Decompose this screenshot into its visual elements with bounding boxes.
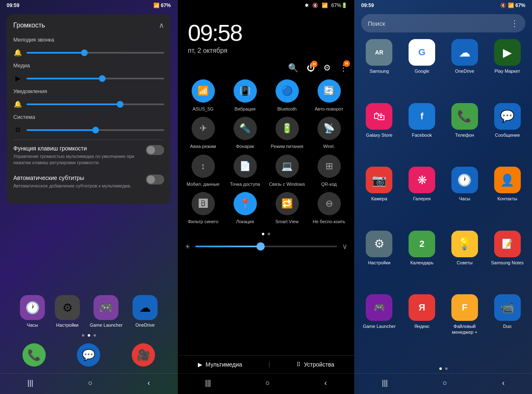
phone-dock-app[interactable]: 📞 — [22, 343, 46, 367]
app-onedrive[interactable]: ☁ OneDrive — [445, 39, 485, 100]
app-clock[interactable]: 🕐 Часы — [445, 167, 485, 227]
brightness-slider[interactable] — [195, 246, 337, 247]
nav-recent-mid[interactable]: ||| — [200, 377, 216, 389]
system-slider[interactable] — [27, 129, 164, 131]
search-more-icon[interactable]: ⋮ — [510, 18, 519, 28]
messages-dock-app[interactable]: 💬 — [77, 343, 100, 367]
dock-app-clock[interactable]: 🕐 Часы — [20, 295, 45, 328]
airplane-tile-icon[interactable]: ✈ — [192, 117, 215, 140]
camera-dock-app[interactable]: 🎥 — [132, 343, 155, 367]
app-tips[interactable]: 💡 Советы — [445, 231, 485, 291]
powermode-tile-icon[interactable]: 🔋 — [276, 117, 299, 140]
nav-back-right[interactable]: ‹ — [497, 377, 510, 389]
tile-wireless[interactable]: 📡 Wirel. — [310, 117, 347, 149]
gallery-icon[interactable]: ❋ — [409, 167, 435, 193]
app-gamelauncher[interactable]: 🎮 Game Launcher — [360, 294, 399, 361]
tile-powermode[interactable]: 🔋 Режим питания — [268, 117, 305, 149]
gamelauncher-icon[interactable]: 🎮 — [366, 294, 392, 321]
wireless-tile-icon[interactable]: 📡 — [318, 117, 341, 140]
volume-keys-toggle[interactable] — [146, 145, 164, 155]
tile-dnd[interactable]: ⊖ Не беспо-коить — [310, 192, 347, 224]
tile-smartview[interactable]: 🔁 Smart View — [268, 192, 305, 224]
volume-slider-media[interactable]: ▶ — [13, 74, 164, 82]
more-action-btn[interactable]: ⋮ H — [339, 63, 347, 73]
tile-flashlight[interactable]: 🔦 Фонарик — [227, 117, 264, 149]
tile-wifi[interactable]: 📶 ASUS_5G — [185, 79, 222, 112]
galaxystore-icon[interactable]: 🛍 — [366, 103, 392, 130]
wifi-tile-icon[interactable]: 📶 — [192, 79, 215, 103]
tile-airplane[interactable]: ✈ Авиа-режим — [185, 117, 222, 149]
nav-home-right[interactable]: ○ — [438, 377, 452, 389]
tile-vibration[interactable]: 📳 Вибрация — [227, 79, 264, 112]
nav-home-mid[interactable]: ○ — [261, 377, 275, 389]
app-camera[interactable]: 📷 Камера — [360, 167, 399, 227]
flashlight-tile-icon[interactable]: 🔦 — [234, 117, 257, 140]
samsungnotes-icon[interactable]: 📝 — [494, 231, 521, 257]
app-contacts[interactable]: 👤 Контакты — [488, 167, 527, 227]
tile-windows[interactable]: 💻 Связь с Windows — [268, 155, 305, 187]
tile-autorotate[interactable]: 🔄 Авто-поворот — [310, 79, 347, 112]
facebook-icon[interactable]: f — [409, 103, 435, 130]
settings-action-btn[interactable]: ⚙ — [323, 63, 331, 73]
messages-icon[interactable]: 💬 — [494, 103, 521, 130]
media-button[interactable]: ▶ Мультимедиа — [198, 361, 242, 368]
hotspot-tile-icon[interactable]: 📄 — [234, 155, 257, 178]
app-samsungnotes[interactable]: 📝 Samsung Notes — [488, 231, 527, 291]
search-bar[interactable]: Поиск ⋮ — [361, 14, 525, 32]
app-settings[interactable]: ⚙ Настройки — [360, 231, 399, 291]
app-gallery[interactable]: ❋ Галерея — [402, 167, 442, 227]
samsung-icon[interactable]: AR — [366, 39, 392, 66]
volume-slider-system[interactable]: ⚙ — [13, 126, 164, 134]
filemanager-icon[interactable]: F — [451, 294, 478, 321]
tile-location[interactable]: 📍 Локация — [227, 192, 264, 224]
onedrive-icon[interactable]: ☁ — [451, 39, 478, 66]
tile-hotspot[interactable]: 📄 Точка доступа — [227, 155, 264, 187]
nav-home-left[interactable]: ○ — [83, 377, 98, 389]
onedrive-app-icon[interactable]: ☁ — [133, 295, 158, 320]
location-tile-icon[interactable]: 📍 — [234, 192, 257, 215]
dock-app-gamelauncher[interactable]: 🎮 Game Launcher — [90, 295, 123, 328]
google-icon[interactable]: G — [409, 39, 435, 66]
smartview-tile-icon[interactable]: 🔁 — [276, 192, 299, 215]
gamelauncher-app-icon[interactable]: 🎮 — [94, 295, 118, 320]
mobiledata-tile-icon[interactable]: ↕ — [192, 155, 215, 178]
duo-icon[interactable]: 📹 — [494, 294, 521, 321]
tile-mobiledata[interactable]: ↕ Мобил. данные — [185, 155, 222, 187]
volume-close-icon[interactable]: ∧ — [159, 21, 164, 30]
clock-icon[interactable]: 🕐 — [451, 167, 478, 193]
qrcode-tile-icon[interactable]: ⊞ — [318, 155, 341, 178]
nav-back-mid[interactable]: ‹ — [319, 377, 332, 389]
app-messages[interactable]: 💬 Сообщения — [488, 103, 527, 164]
calendar-icon[interactable]: 2 — [409, 231, 435, 257]
bluetooth-tile-icon[interactable]: 🔵 — [276, 79, 299, 103]
app-filemanager[interactable]: F Файловый менеджер + — [445, 294, 485, 361]
media-slider[interactable] — [27, 78, 164, 79]
volume-slider-ringtone[interactable]: 🔔 — [13, 49, 164, 57]
nav-recent-right[interactable]: ||| — [377, 377, 393, 389]
yandex-icon[interactable]: Я — [409, 294, 435, 321]
playmarket-icon[interactable]: ▶ — [494, 39, 521, 66]
nav-back-left[interactable]: ‹ — [143, 377, 155, 389]
bluefilter-tile-icon[interactable]: 🅱 — [192, 192, 215, 215]
app-samsung[interactable]: AR Samsung — [360, 39, 399, 100]
autorotate-tile-icon[interactable]: 🔄 — [318, 79, 341, 103]
volume-slider-notif[interactable]: 🔔 — [13, 100, 164, 108]
contacts-icon[interactable]: 👤 — [494, 167, 521, 193]
dnd-tile-icon[interactable]: ⊖ — [318, 192, 341, 215]
dock-app-onedrive[interactable]: ☁ OneDrive — [133, 295, 158, 328]
app-galaxystore[interactable]: 🛍 Galaxy Store — [360, 103, 399, 164]
nav-recent-left[interactable]: ||| — [22, 377, 38, 389]
notif-slider[interactable] — [27, 103, 164, 105]
vibration-tile-icon[interactable]: 📳 — [234, 79, 257, 103]
app-facebook[interactable]: f Facebook — [402, 103, 442, 164]
captions-toggle[interactable] — [146, 175, 164, 185]
clock-app-icon[interactable]: 🕐 — [20, 295, 45, 320]
search-action-btn[interactable]: 🔍 — [288, 63, 298, 73]
brightness-expand-icon[interactable]: ∨ — [342, 242, 347, 251]
devices-button[interactable]: ⠿ Устройства — [296, 361, 334, 368]
app-phone[interactable]: 📞 Телефон — [445, 103, 485, 164]
power-action-btn[interactable]: ⏻ H — [307, 63, 315, 73]
tile-bluefilter[interactable]: 🅱 Фильтр синего — [185, 192, 222, 224]
windows-tile-icon[interactable]: 💻 — [276, 155, 299, 178]
app-duo[interactable]: 📹 Duo — [488, 294, 527, 361]
